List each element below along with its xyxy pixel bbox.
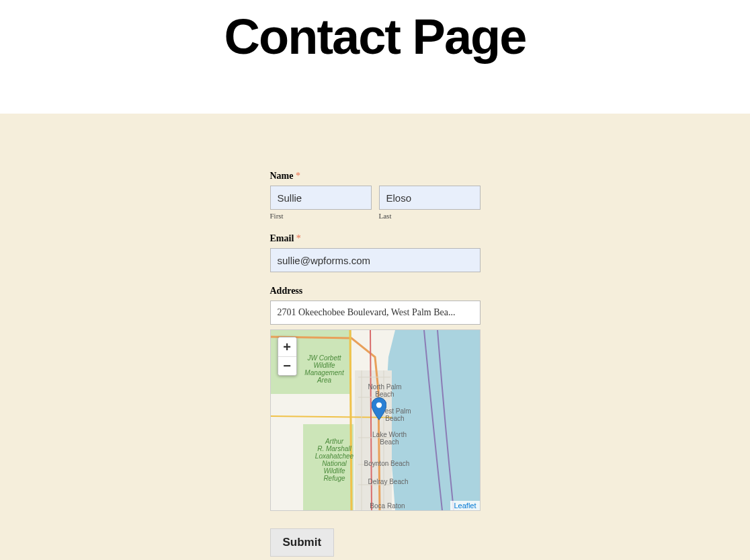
email-field-row: Email * [270,232,481,272]
last-name-input[interactable] [379,186,481,210]
email-input[interactable] [270,248,481,272]
email-label: Email * [270,233,301,244]
name-label: Name * [270,171,301,182]
email-label-text: Email [270,233,294,243]
map[interactable]: JW CorbettWildlifeManagementArea ArthurR… [270,329,481,511]
required-marker: * [296,233,301,243]
name-label-text: Name [270,171,294,181]
address-input[interactable] [270,301,481,325]
address-field-row: Address [270,284,481,511]
map-marker-icon [372,397,386,420]
svg-rect-2 [303,424,353,510]
svg-point-11 [376,402,381,407]
last-name-sublabel: Last [379,212,481,220]
zoom-controls: + − [278,337,297,376]
first-name-sublabel: First [270,212,372,220]
page-title: Contact Page [224,8,526,65]
svg-rect-3 [355,370,392,510]
map-attribution[interactable]: Leaflet [450,501,479,510]
first-name-input[interactable] [270,186,372,210]
submit-button[interactable]: Submit [270,528,335,557]
zoom-out-button[interactable]: − [278,356,296,375]
name-field-row: Name * First Last [270,169,481,220]
required-marker: * [296,171,300,181]
address-label: Address [270,286,303,296]
zoom-in-button[interactable]: + [278,337,296,356]
contact-form: Name * First Last Email * Ad [270,169,481,560]
